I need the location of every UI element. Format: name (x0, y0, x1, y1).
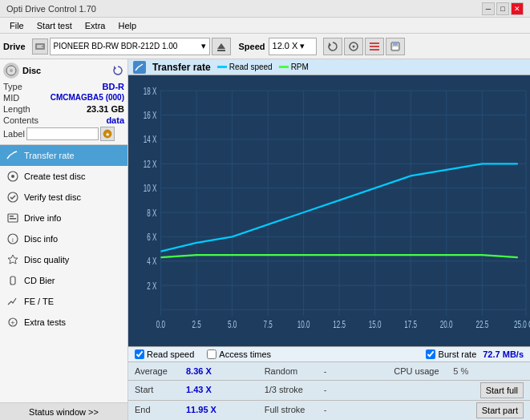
disc-length-label: Length (3, 104, 30, 114)
full-stroke-value: - (324, 405, 348, 414)
stats-col-3-2: Full stroke - (265, 402, 394, 418)
toolbar-icons (323, 38, 405, 55)
stats-col-3-1: End 11.95 X (135, 402, 265, 418)
menu-extra[interactable]: Extra (79, 19, 112, 32)
svg-rect-28 (10, 277, 15, 285)
checkbox-burst-rate-input[interactable] (426, 349, 435, 359)
create-test-disc-icon (6, 170, 19, 183)
nav-fe-te[interactable]: FE / TE (0, 291, 127, 312)
disc-label-input[interactable] (26, 127, 99, 140)
svg-point-7 (352, 45, 354, 47)
disc-label-button[interactable]: ★ (100, 127, 115, 141)
menu-start-test[interactable]: Start test (30, 19, 79, 32)
chart-header: Transfer rate Read speed RPM (128, 59, 530, 75)
nav-disc-quality[interactable]: Disc quality (0, 249, 127, 270)
speed-combo[interactable]: 12.0 X ▾ (269, 38, 317, 55)
stats-col-1-2: Random - (265, 364, 394, 378)
sidebar: Disc Type BD-R MID CMCMAGBA5 (000) Lengt… (0, 59, 128, 420)
nav-cd-bier[interactable]: CD Bier (0, 270, 127, 291)
refresh-button[interactable] (323, 38, 342, 55)
third-stroke-cell: 1/3 stroke - (265, 382, 394, 397)
settings-button[interactable] (365, 38, 384, 55)
nav-cd-bier-label: CD Bier (24, 276, 55, 285)
svg-rect-13 (392, 46, 399, 50)
nav-items: Transfer rate Create test disc Verify te… (0, 145, 127, 402)
svg-text:10 X: 10 X (144, 184, 157, 194)
disc-type-value: BD-R (103, 82, 125, 91)
fe-te-icon (6, 295, 19, 308)
disc-mid-row: MID CMCMAGBA5 (000) (3, 93, 124, 103)
start-full-button[interactable]: Start full (480, 382, 524, 398)
speed-combo-text: 12.0 X ▾ (273, 41, 305, 51)
drive-label: Drive (3, 42, 26, 51)
nav-transfer-rate[interactable]: Transfer rate (0, 145, 127, 166)
svg-point-20 (11, 175, 14, 178)
svg-text:4 X: 4 X (147, 256, 156, 267)
disc-button[interactable] (344, 38, 363, 55)
eject-button[interactable] (212, 38, 231, 55)
svg-point-2 (42, 46, 43, 47)
speed-label: Speed (239, 42, 265, 51)
svg-point-15 (10, 69, 13, 72)
svg-text:15.0: 15.0 (369, 320, 382, 330)
chart-icon (133, 61, 146, 74)
drive-select-group: PIONEER BD-RW BDR-212D 1.00 ▾ (32, 38, 231, 55)
svg-text:5.0: 5.0 (228, 320, 237, 330)
disc-mid-label: MID (3, 93, 19, 103)
status-window-button[interactable]: Status window >> (0, 402, 127, 420)
checkbox-access-times-input[interactable] (207, 349, 216, 359)
drive-combo[interactable]: PIONEER BD-RW BDR-212D 1.00 ▾ (50, 38, 210, 55)
disc-contents-row: Contents data (3, 115, 124, 125)
drive-combo-arrow: ▾ (201, 41, 206, 51)
third-stroke-value: - (324, 385, 348, 394)
menu-file[interactable]: File (3, 19, 30, 32)
svg-rect-23 (10, 216, 14, 217)
svg-rect-4 (217, 50, 225, 51)
disc-refresh-icon (111, 64, 124, 77)
svg-marker-3 (217, 43, 225, 49)
menu-help[interactable]: Help (111, 19, 143, 32)
svg-text:8 X: 8 X (147, 208, 156, 218)
nav-verify-test-disc[interactable]: Verify test disc (0, 187, 127, 208)
end-cell: End 11.95 X (135, 402, 265, 417)
disc-info-icon: i (6, 232, 19, 245)
nav-extra-tests[interactable]: + Extra tests (0, 312, 127, 333)
nav-disc-info[interactable]: i Disc info (0, 228, 127, 249)
svg-text:17.5: 17.5 (404, 320, 417, 330)
cd-bier-icon (6, 274, 19, 287)
disc-length-row: Length 23.31 GB (3, 104, 124, 114)
cpu-usage-label: CPU usage (394, 366, 450, 376)
nav-fe-te-label: FE / TE (24, 297, 54, 306)
disc-header: Disc (3, 63, 124, 79)
svg-text:14 X: 14 X (144, 135, 157, 145)
burst-rate-group: Burst rate 72.7 MB/s (426, 349, 524, 359)
close-button[interactable]: ✕ (511, 2, 524, 15)
start-part-button[interactable]: Start part (476, 402, 524, 418)
svg-marker-27 (8, 255, 18, 264)
checkbox-access-times: Access times (207, 349, 271, 359)
svg-text:18 X: 18 X (144, 86, 157, 96)
random-cell: Random - (265, 364, 394, 378)
svg-text:0.0: 0.0 (156, 320, 165, 330)
nav-create-test-disc[interactable]: Create test disc (0, 166, 127, 187)
disc-panel: Disc Type BD-R MID CMCMAGBA5 (000) Lengt… (0, 59, 127, 145)
svg-text:6 X: 6 X (147, 232, 156, 242)
stats-row-2: Start 1.43 X 1/3 stroke - Start full (128, 381, 530, 401)
svg-rect-8 (370, 42, 379, 44)
disc-contents-label: Contents (3, 115, 38, 125)
minimize-button[interactable]: ─ (482, 2, 495, 15)
maximize-button[interactable]: □ (496, 2, 509, 15)
random-label: Random (265, 366, 321, 376)
start-cell: Start 1.43 X (135, 382, 265, 397)
svg-rect-10 (370, 49, 379, 50)
save-button[interactable] (386, 38, 405, 55)
toolbar: Drive PIONEER BD-RW BDR-212D 1.00 ▾ Spee… (0, 34, 530, 59)
checkbox-read-speed-input[interactable] (135, 349, 144, 359)
chart-container: 18 X 16 X 14 X 12 X 10 X 8 X 6 X 4 X 2 X… (128, 75, 530, 346)
stats-col-3-3: Start part (394, 402, 524, 418)
stats-col-2-1: Start 1.43 X (135, 382, 265, 398)
nav-drive-info[interactable]: Drive info (0, 208, 127, 228)
disc-label-row: Label ★ (3, 127, 124, 141)
nav-extra-tests-label: Extra tests (24, 317, 66, 327)
start-label: Start (135, 385, 183, 394)
